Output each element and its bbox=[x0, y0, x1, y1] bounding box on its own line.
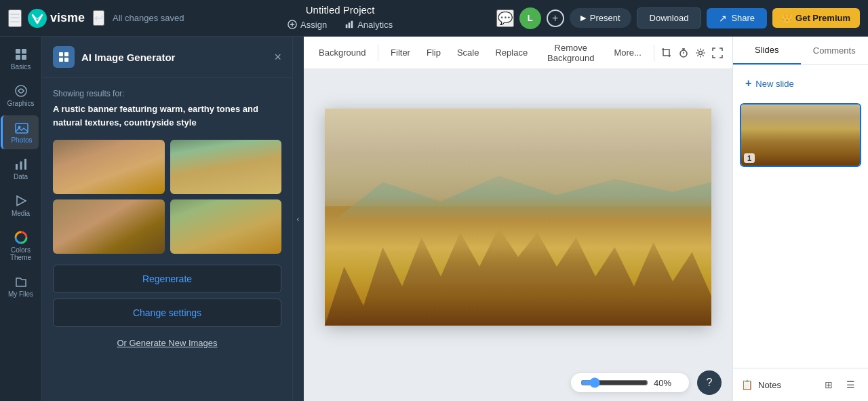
project-title[interactable]: Untitled Project bbox=[306, 4, 375, 16]
toolbar-sep-1 bbox=[378, 45, 378, 61]
data-icon bbox=[14, 157, 28, 171]
assign-button[interactable]: Assign bbox=[281, 17, 334, 33]
svg-rect-4 bbox=[351, 21, 353, 28]
image-toolbar: Background Filter Flip Scale Replace Rem… bbox=[304, 37, 732, 69]
svg-rect-7 bbox=[16, 55, 20, 60]
sidebar-item-photos[interactable]: Photos bbox=[1, 115, 39, 149]
svg-rect-12 bbox=[16, 164, 18, 170]
my-files-icon bbox=[14, 275, 28, 288]
sidebar-item-data-label: Data bbox=[14, 173, 28, 180]
panel-collapse-toggle[interactable]: ‹ bbox=[293, 37, 304, 401]
right-bottom: 📋 Notes ⊞ ☰ bbox=[733, 368, 868, 401]
sidebar-item-basics[interactable]: Basics bbox=[2, 42, 40, 76]
download-button[interactable]: Download bbox=[637, 7, 702, 28]
main-area: Basics Graphics Photos Data Media Colors… bbox=[0, 37, 868, 401]
close-panel-button[interactable]: × bbox=[274, 50, 281, 64]
generated-image-4[interactable] bbox=[170, 199, 282, 254]
fullscreen-icon-button[interactable] bbox=[710, 42, 724, 64]
sidebar-item-my-files[interactable]: My Files bbox=[2, 269, 40, 303]
photos-icon bbox=[15, 121, 28, 134]
comment-button[interactable]: 💬 bbox=[496, 9, 514, 27]
sidebar-item-theme-colors-label: Colors Theme bbox=[6, 246, 36, 261]
canvas-wrapper[interactable] bbox=[304, 69, 732, 364]
svg-marker-15 bbox=[17, 196, 26, 206]
notes-icon: 📋 bbox=[741, 379, 753, 390]
slides-area: New slide 1 bbox=[733, 65, 868, 368]
generated-image-1[interactable] bbox=[53, 140, 165, 194]
change-settings-button[interactable]: Change settings bbox=[53, 299, 281, 327]
timer-icon-button[interactable] bbox=[676, 42, 690, 64]
settings-icon-button[interactable] bbox=[693, 42, 707, 64]
canvas bbox=[325, 109, 711, 326]
undo-button[interactable]: ↩ bbox=[93, 10, 104, 26]
new-slide-button[interactable]: New slide bbox=[740, 72, 800, 95]
comments-tab[interactable]: Comments bbox=[801, 37, 869, 64]
settings-icon bbox=[695, 47, 706, 58]
sidebar-item-media-label: Media bbox=[12, 210, 30, 217]
filter-button[interactable]: Filter bbox=[384, 43, 417, 62]
saved-indicator: All changes saved bbox=[113, 13, 184, 23]
sidebar-item-data[interactable]: Data bbox=[2, 152, 40, 186]
panel-header: AI Image Generator × bbox=[42, 37, 292, 78]
background-button[interactable]: Background bbox=[312, 43, 372, 62]
avatar: L bbox=[519, 7, 541, 29]
slide-thumbnail-1[interactable]: 1 bbox=[740, 103, 861, 167]
generated-image-3[interactable] bbox=[53, 199, 165, 254]
zoom-slider[interactable] bbox=[580, 377, 648, 388]
svg-point-0 bbox=[28, 9, 47, 28]
topbar-right: 💬 L + Present Download Share Get Premium bbox=[496, 7, 860, 29]
sidebar: Basics Graphics Photos Data Media Colors… bbox=[0, 37, 42, 401]
analytics-button[interactable]: Analytics bbox=[338, 17, 399, 33]
showing-label: Showing results for: bbox=[53, 89, 281, 98]
svg-rect-18 bbox=[64, 52, 68, 56]
graphics-icon bbox=[14, 84, 28, 98]
help-button[interactable]: ? bbox=[697, 370, 722, 395]
grid-view-button[interactable]: ⊞ bbox=[819, 375, 838, 394]
present-button[interactable]: Present bbox=[570, 8, 631, 28]
generated-image-2[interactable] bbox=[170, 140, 282, 194]
get-premium-button[interactable]: Get Premium bbox=[772, 8, 860, 28]
assign-icon bbox=[288, 20, 297, 29]
regenerate-button[interactable]: Regenerate bbox=[53, 265, 281, 293]
timer-icon bbox=[678, 47, 689, 58]
sidebar-item-graphics[interactable]: Graphics bbox=[2, 79, 40, 113]
sidebar-item-theme-colors[interactable]: Colors Theme bbox=[2, 225, 40, 267]
svg-rect-8 bbox=[22, 55, 26, 60]
list-view-button[interactable]: ☰ bbox=[841, 375, 860, 394]
slides-tab[interactable]: Slides bbox=[733, 37, 801, 64]
svg-point-9 bbox=[16, 85, 26, 96]
zoom-control: 40% bbox=[571, 373, 689, 392]
sidebar-item-media[interactable]: Media bbox=[2, 189, 40, 223]
generated-images-grid bbox=[53, 140, 281, 254]
scale-button[interactable]: Scale bbox=[450, 43, 486, 62]
generate-new-link[interactable]: Or Generate New Images bbox=[53, 338, 281, 348]
svg-rect-20 bbox=[64, 58, 68, 62]
analytics-icon bbox=[344, 20, 354, 29]
share-button[interactable]: Share bbox=[707, 8, 767, 28]
ai-image-panel: AI Image Generator × Showing results for… bbox=[42, 37, 293, 401]
logo: visme bbox=[27, 8, 85, 28]
svg-point-22 bbox=[698, 51, 702, 54]
canvas-bottom: 40% ? bbox=[304, 364, 732, 401]
crop-icon-button[interactable] bbox=[660, 42, 674, 64]
replace-button[interactable]: Replace bbox=[488, 43, 534, 62]
canvas-area: Background Filter Flip Scale Replace Rem… bbox=[304, 37, 732, 401]
remove-background-button[interactable]: Remove Background bbox=[537, 39, 604, 67]
svg-rect-10 bbox=[16, 123, 28, 133]
more-button[interactable]: More... bbox=[607, 43, 648, 62]
fullscreen-icon bbox=[712, 47, 723, 58]
notes-label: Notes bbox=[758, 380, 814, 390]
svg-rect-2 bbox=[346, 24, 348, 28]
svg-rect-19 bbox=[59, 58, 63, 62]
menu-button[interactable]: ☰ bbox=[8, 9, 22, 27]
logo-text: visme bbox=[50, 11, 85, 25]
ai-image-icon bbox=[53, 46, 75, 68]
topbar-center: Untitled Project Assign Analytics bbox=[190, 4, 491, 33]
slide-number-1: 1 bbox=[744, 153, 755, 163]
panel-body: Showing results for: A rustic banner fea… bbox=[42, 78, 292, 401]
add-collaborator-button[interactable]: + bbox=[547, 9, 564, 27]
svg-rect-14 bbox=[24, 159, 26, 170]
flip-button[interactable]: Flip bbox=[420, 43, 448, 62]
svg-rect-6 bbox=[22, 49, 26, 54]
view-toggle: ⊞ ☰ bbox=[819, 375, 860, 394]
